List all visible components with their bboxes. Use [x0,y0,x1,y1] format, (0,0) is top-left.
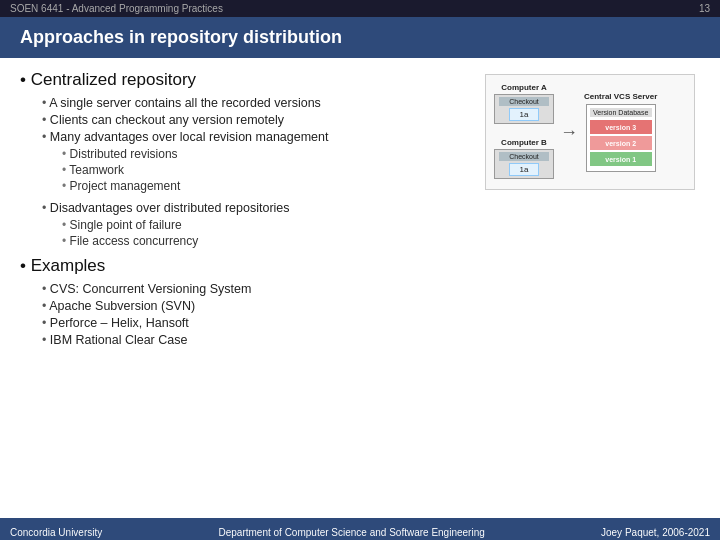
computer-a-box: Checkout 1a [494,94,554,124]
disadvantage-2: File access concurrency [62,234,470,248]
footer-right: Joey Paquet, 2006-2021 [601,527,710,538]
example-3: Perforce – Helix, Hansoft [42,316,470,330]
vcs-diagram: Computer A Checkout 1a Computer B Checko… [485,74,695,190]
advantage-1: Distributed revisions [62,147,470,161]
version-b: 1a [509,163,539,176]
content-area: Centralized repository A single server c… [20,70,470,508]
version-a: 1a [509,108,539,121]
diagram-area: Computer A Checkout 1a Computer B Checko… [480,70,700,508]
computer-a: Computer A Checkout 1a [494,83,554,126]
checkout-label-b: Checkout [499,152,549,161]
top-bar: SOEN 6441 - Advanced Programming Practic… [0,0,720,17]
computer-b-box: Checkout 1a [494,149,554,179]
version-bar-2: version 2 [590,136,652,150]
example-2: Apache Subversion (SVN) [42,299,470,313]
advantage-2: Teamwork [62,163,470,177]
computer-b: Computer B Checkout 1a [494,138,554,181]
diagram-inner: Computer A Checkout 1a Computer B Checko… [494,83,686,181]
slide-body: Centralized repository A single server c… [0,58,720,518]
footer-left: Concordia University [10,527,102,538]
slide-number: 13 [699,3,710,14]
db-title: Version Database [590,108,652,117]
advantages-list: Distributed revisions Teamwork Project m… [62,147,470,193]
examples-list: CVS: Concurrent Versioning System Apache… [42,282,470,347]
centralized-sub-list: A single server contains all the recorde… [42,96,470,193]
slide-title: Approaches in repository distribution [20,27,342,47]
bullet-examples: Examples [20,256,470,276]
checkout-label-a: Checkout [499,97,549,106]
disadvantages-sub-list: Single point of failure File access conc… [62,218,470,248]
disadvantages-list: Disadvantages over distributed repositor… [42,201,470,248]
course-title: SOEN 6441 - Advanced Programming Practic… [10,3,223,14]
server-db: Version Database version 3 version 2 ver… [586,104,656,172]
version-bar-3: version 3 [590,120,652,134]
slide-header: Approaches in repository distribution [0,17,720,58]
arrow-icon: → [560,122,578,143]
computer-a-label: Computer A [501,83,546,92]
footer-center: Department of Computer Science and Softw… [219,527,485,538]
computer-b-label: Computer B [501,138,547,147]
example-4: IBM Rational Clear Case [42,333,470,347]
computers-column: Computer A Checkout 1a Computer B Checko… [494,83,554,181]
bullet-centralized: Centralized repository [20,70,470,90]
disadvantage-1: Single point of failure [62,218,470,232]
footer: Concordia University Department of Compu… [0,518,720,540]
disadvantages-header: Disadvantages over distributed repositor… [42,201,470,215]
sub-item-2: Clients can checkout any version remotel… [42,113,470,127]
advantage-3: Project management [62,179,470,193]
sub-item-1: A single server contains all the recorde… [42,96,470,110]
sub-item-3: Many advantages over local revision mana… [42,130,470,144]
example-1: CVS: Concurrent Versioning System [42,282,470,296]
server-column: Central VCS Server Version Database vers… [584,92,657,172]
version-bar-1: version 1 [590,152,652,166]
server-label: Central VCS Server [584,92,657,101]
